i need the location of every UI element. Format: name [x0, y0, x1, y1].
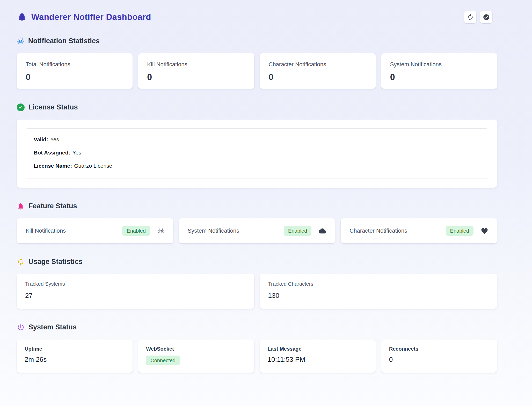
license-card: Valid:Yes Bot Assigned:Yes License Name:… [17, 120, 497, 188]
license-details-box: Valid:Yes Bot Assigned:Yes License Name:… [26, 128, 488, 179]
feature-cards-row: Kill Notifications Enabled ☠ System Noti… [17, 218, 497, 243]
status-badge: Enabled [122, 226, 150, 236]
stat-label: Character Notifications [269, 61, 367, 68]
stat-card-kill-notifications: Kill Notifications 0 [138, 53, 254, 89]
section-system-status: System Status Uptime 2m 26s WebSocket Co… [17, 323, 497, 373]
license-field-label: License Name: [34, 163, 72, 169]
system-card-last-message: Last Message 10:11:53 PM [260, 339, 376, 373]
system-label: WebSocket [146, 346, 246, 352]
section-title-text: System Status [28, 323, 77, 331]
feature-card-system-notifications: System Notifications Enabled [179, 218, 335, 243]
usage-label: Tracked Characters [268, 281, 489, 287]
power-icon [17, 323, 25, 331]
stat-value: 0 [269, 72, 367, 82]
license-bot-assigned-row: Bot Assigned:Yes [34, 150, 480, 156]
check-circle-icon: ✓ [17, 104, 25, 111]
feature-card-kill-notifications: Kill Notifications Enabled ☠ [17, 218, 173, 243]
dashboard-page: Wanderer Notifier Dashboard ☠ Notificati… [17, 0, 497, 373]
feature-label: Character Notifications [349, 227, 446, 234]
feature-label: Kill Notifications [26, 227, 122, 234]
section-license-status: ✓ License Status Valid:Yes Bot Assigned:… [17, 103, 497, 188]
refresh-icon [467, 14, 474, 21]
section-header: System Status [17, 323, 497, 331]
usage-value: 130 [268, 292, 489, 300]
header: Wanderer Notifier Dashboard [17, 11, 497, 23]
stat-label: System Notifications [390, 61, 488, 68]
system-label: Reconnects [389, 346, 489, 352]
license-field-value: Yes [72, 150, 81, 156]
stat-cards-row: Total Notifications 0 Kill Notifications… [17, 53, 497, 89]
stat-card-character-notifications: Character Notifications 0 [260, 53, 376, 89]
skull-crossbones-icon: ☠ [17, 37, 24, 45]
bell-icon [17, 202, 25, 210]
usage-card-tracked-characters: Tracked Characters 130 [260, 274, 497, 309]
section-title-text: Feature Status [28, 202, 77, 210]
usage-cards-row: Tracked Systems 27 Tracked Characters 13… [17, 274, 497, 309]
license-field-value: Guarzo License [74, 163, 112, 169]
license-valid-row: Valid:Yes [34, 136, 480, 143]
skull-crossbones-icon: ☠ [157, 227, 164, 235]
system-card-websocket: WebSocket Connected [138, 339, 254, 373]
section-title-text: Notification Statistics [28, 37, 100, 45]
bell-icon [17, 12, 27, 22]
feature-label: System Notifications [188, 227, 284, 234]
license-field-label: Bot Assigned: [34, 150, 70, 156]
system-value: 2m 26s [25, 356, 125, 364]
connection-status-badge: Connected [146, 356, 180, 365]
section-feature-status: Feature Status Kill Notifications Enable… [17, 202, 497, 243]
system-label: Last Message [268, 346, 368, 352]
system-value: 0 [389, 356, 489, 364]
sync-icon [17, 258, 25, 266]
system-cards-row: Uptime 2m 26s WebSocket Connected Last M… [17, 339, 497, 373]
license-field-value: Yes [50, 136, 59, 142]
section-header: ☠ Notification Statistics [17, 37, 497, 45]
check-circle-icon [483, 14, 490, 21]
usage-card-tracked-systems: Tracked Systems 27 [17, 274, 254, 309]
system-card-reconnects: Reconnects 0 [381, 339, 497, 373]
feature-card-character-notifications: Character Notifications Enabled [341, 218, 497, 243]
heart-icon [481, 227, 488, 235]
usage-value: 27 [25, 292, 246, 300]
stat-value: 0 [26, 72, 124, 82]
stat-label: Kill Notifications [147, 61, 245, 68]
license-name-row: License Name:Guarzo License [34, 163, 480, 169]
system-card-uptime: Uptime 2m 26s [17, 339, 133, 373]
section-usage-statistics: Usage Statistics Tracked Systems 27 Trac… [17, 258, 497, 309]
stat-value: 0 [147, 72, 245, 82]
stat-card-total-notifications: Total Notifications 0 [17, 53, 133, 89]
cloud-icon [319, 227, 326, 235]
header-left: Wanderer Notifier Dashboard [17, 12, 151, 22]
section-notification-statistics: ☠ Notification Statistics Total Notifica… [17, 37, 497, 89]
section-header: Feature Status [17, 202, 497, 210]
license-field-label: Valid: [34, 136, 48, 142]
status-badge: Enabled [284, 226, 311, 236]
stat-label: Total Notifications [26, 61, 124, 68]
section-title-text: Usage Statistics [28, 258, 83, 266]
section-header: Usage Statistics [17, 258, 497, 266]
status-badge: Enabled [446, 226, 473, 236]
stat-card-system-notifications: System Notifications 0 [381, 53, 497, 89]
stat-value: 0 [390, 72, 488, 82]
page-title: Wanderer Notifier Dashboard [31, 12, 151, 22]
system-value: 10:11:53 PM [268, 356, 368, 364]
section-header: ✓ License Status [17, 103, 497, 111]
refresh-button[interactable] [464, 11, 476, 23]
confirm-button[interactable] [480, 11, 492, 23]
system-label: Uptime [25, 346, 125, 352]
section-title-text: License Status [28, 103, 78, 111]
header-actions [464, 11, 492, 23]
usage-label: Tracked Systems [25, 281, 246, 287]
